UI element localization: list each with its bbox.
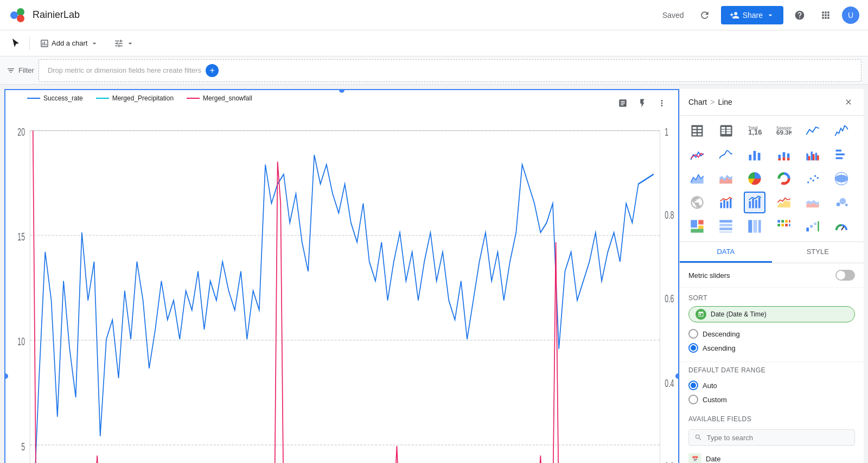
- filter-add-button[interactable]: +: [206, 64, 219, 77]
- share-button[interactable]: Share: [721, 6, 783, 24]
- fields-search-input[interactable]: [707, 434, 849, 442]
- svg-point-73: [845, 204, 848, 206]
- svg-text:20: 20: [17, 126, 25, 138]
- sort-chip[interactable]: Date (Date & Time): [688, 306, 855, 322]
- svg-rect-64: [723, 200, 725, 208]
- avatar[interactable]: U: [842, 7, 859, 24]
- metric-sliders-label: Metric sliders: [688, 271, 730, 280]
- chart-type-geo[interactable]: [831, 168, 852, 189]
- chart-type-colored-table[interactable]: [715, 215, 737, 237]
- chart-type-combo-active[interactable]: [744, 192, 765, 213]
- logo: RainierLab: [9, 5, 80, 25]
- svg-rect-94: [810, 225, 813, 228]
- add-chart-label: Add a chart: [52, 39, 88, 47]
- svg-rect-76: [698, 226, 703, 229]
- chart-type-multiline[interactable]: [686, 144, 708, 166]
- panel-close-button[interactable]: [842, 96, 855, 109]
- chart-type-smooth[interactable]: [715, 144, 737, 166]
- ascending-label: Ascending: [703, 344, 736, 352]
- breadcrumb-sep: >: [710, 98, 714, 106]
- chart-type-waterfall[interactable]: [802, 215, 824, 237]
- chart-type-pie[interactable]: [744, 168, 765, 189]
- svg-rect-52: [835, 154, 844, 156]
- svg-rect-44: [787, 158, 789, 161]
- svg-point-54: [807, 181, 809, 183]
- field-date[interactable]: 📅 Date: [680, 450, 864, 463]
- field-date-label: Date: [706, 455, 720, 463]
- chart-type-scorecard2[interactable]: 69.3KSessions: [773, 120, 795, 142]
- chart-type-grouped-bar[interactable]: [802, 144, 824, 166]
- resize-handle-right[interactable]: [675, 373, 679, 379]
- chart-type-timeseries-big[interactable]: [831, 120, 852, 142]
- svg-rect-53: [835, 157, 843, 160]
- help-button[interactable]: [790, 5, 809, 25]
- chart-type-stacked-bar[interactable]: [773, 144, 795, 166]
- field-date-icon: 📅: [688, 453, 701, 463]
- svg-rect-74: [691, 220, 697, 227]
- svg-rect-69: [755, 200, 757, 208]
- chart-type-combo-bar-line[interactable]: [715, 192, 737, 213]
- logo-icon: [9, 5, 28, 25]
- chart-type-area-line[interactable]: [773, 192, 795, 213]
- svg-point-72: [839, 198, 846, 205]
- chart-type-timeseries-small[interactable]: [802, 120, 824, 142]
- chart-type-table[interactable]: [686, 120, 708, 142]
- svg-text:10: 10: [17, 335, 25, 347]
- svg-point-58: [816, 177, 819, 179]
- chart-type-bar[interactable]: [744, 144, 765, 166]
- svg-rect-70: [758, 198, 761, 208]
- svg-text:0.6: 0.6: [665, 293, 674, 305]
- svg-rect-81: [719, 231, 732, 232]
- chart-type-horizontal-bar[interactable]: [831, 144, 852, 166]
- chart-type-bubble[interactable]: [831, 192, 852, 213]
- chart-type-scatter[interactable]: [802, 168, 824, 189]
- svg-rect-49: [815, 153, 817, 161]
- radio-auto[interactable]: Auto: [688, 378, 855, 392]
- controls-button[interactable]: [108, 35, 140, 52]
- svg-rect-42: [782, 157, 785, 161]
- metric-sliders-toggle[interactable]: [835, 270, 855, 281]
- chart-type-gauge[interactable]: [831, 215, 852, 237]
- cursor-icon: [11, 39, 21, 48]
- chart-type-scorecard1[interactable]: 1,168Total: [744, 120, 765, 142]
- tab-style[interactable]: STYLE: [772, 242, 864, 263]
- chart-type-highlight-table[interactable]: [744, 215, 765, 237]
- chart-type-heatmap[interactable]: [773, 215, 795, 237]
- radio-ascending[interactable]: Ascending: [688, 341, 855, 355]
- radio-descending[interactable]: Descending: [688, 327, 855, 341]
- chart-type-area-multi[interactable]: [802, 192, 824, 213]
- radio-custom[interactable]: Custom: [688, 392, 855, 407]
- svg-rect-47: [810, 151, 813, 160]
- filter-text: Filter: [18, 66, 34, 74]
- add-chart-icon: [40, 39, 49, 48]
- svg-rect-87: [785, 220, 788, 223]
- controls-icon: [114, 39, 124, 48]
- svg-text:0.4: 0.4: [665, 377, 674, 389]
- chart-type-donut[interactable]: [773, 168, 795, 189]
- saved-status: Saved: [662, 11, 684, 20]
- cursor-tool[interactable]: [7, 36, 25, 50]
- legend-precipitation: Merged_Precipitation: [96, 94, 174, 102]
- legend-line-success: [27, 98, 40, 99]
- refresh-icon: [699, 10, 710, 21]
- svg-point-71: [836, 202, 840, 206]
- chart-type-stacked-area[interactable]: [715, 168, 737, 189]
- add-chart-button[interactable]: Add a chart: [34, 35, 104, 52]
- controls-dropdown-icon: [126, 39, 135, 48]
- apps-button[interactable]: [816, 5, 835, 25]
- chart-container[interactable]: Success_rate Merged_Precipitation Merged…: [4, 89, 679, 463]
- fields-search-container: [688, 429, 855, 446]
- svg-rect-84: [758, 220, 761, 232]
- chart-type-world[interactable]: [686, 192, 708, 213]
- refresh-button[interactable]: [695, 5, 714, 25]
- filter-drop-zone[interactable]: Drop metric or dimension fields here cre…: [39, 59, 861, 82]
- chart-type-area[interactable]: [686, 168, 708, 189]
- share-dropdown-icon: [766, 11, 775, 20]
- available-fields-header: Available Fields: [680, 411, 864, 425]
- apps-icon: [820, 10, 831, 21]
- field-list: 📅 Date 📅 DATE1 123 Fog 123 Merged_Precip…: [680, 450, 864, 463]
- tab-data[interactable]: DATA: [680, 242, 772, 263]
- chart-type-pivot[interactable]: [715, 120, 737, 142]
- chart-type-treemap[interactable]: [686, 215, 708, 237]
- svg-point-57: [814, 175, 816, 177]
